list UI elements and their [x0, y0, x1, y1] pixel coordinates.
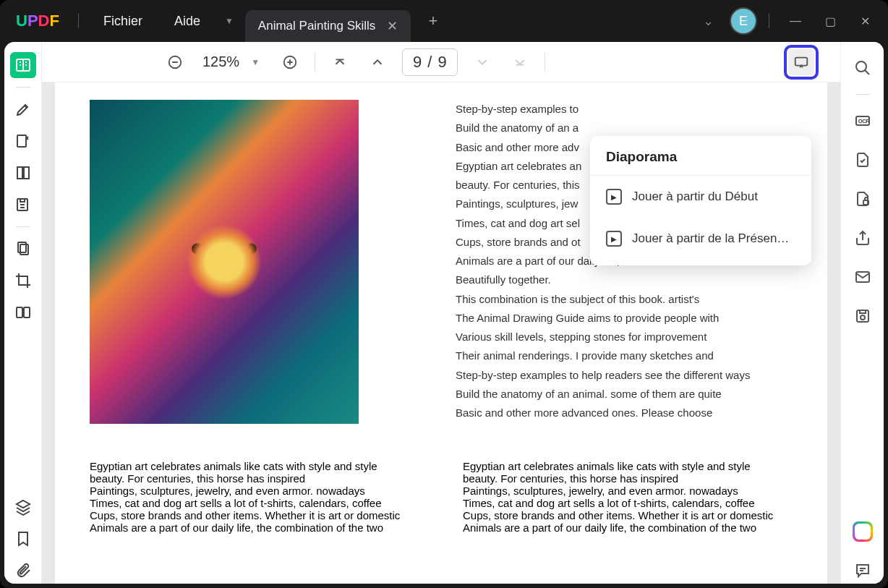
ocr-button[interactable]: OCR	[850, 108, 876, 134]
organize-pages-button[interactable]	[10, 236, 36, 262]
svg-point-12	[856, 61, 866, 72]
chevron-down-icon[interactable]: ⌄	[693, 13, 724, 29]
bookmark-button[interactable]	[10, 526, 36, 552]
page-tool-button[interactable]	[10, 160, 36, 186]
close-tab-icon[interactable]: ✕	[387, 18, 398, 34]
zoom-out-button[interactable]	[162, 49, 188, 75]
document-text-bottom-left: Egyptian art celebrates animals like cat…	[90, 460, 419, 534]
ai-assistant-button[interactable]	[850, 519, 876, 545]
app-logo: UPDF	[9, 12, 67, 30]
page-indicator[interactable]: 9 / 9	[402, 48, 458, 76]
zoom-level: 125%	[200, 54, 242, 70]
highlight-tool-button[interactable]	[10, 96, 36, 122]
maximize-button[interactable]: ▢	[816, 14, 845, 28]
last-page-button	[507, 49, 533, 75]
email-button[interactable]	[850, 264, 876, 290]
next-page-button	[469, 49, 495, 75]
titlebar: UPDF Fichier Aide ▼ Animal Painting Skil…	[0, 0, 888, 42]
top-toolbar: 125% ▼ 9 / 9	[42, 42, 840, 82]
svg-point-18	[861, 315, 865, 320]
left-sidebar	[4, 42, 42, 584]
dropdown-title: Diaporama	[590, 136, 811, 176]
help-menu[interactable]: Aide	[161, 14, 213, 29]
comment-button[interactable]	[850, 558, 876, 584]
search-button[interactable]	[850, 55, 876, 81]
share-button[interactable]	[850, 225, 876, 251]
right-sidebar: OCR	[840, 42, 884, 584]
play-icon: ▶	[606, 231, 622, 247]
minimize-button[interactable]: —	[781, 14, 810, 27]
zoom-in-button[interactable]	[277, 49, 303, 75]
reader-mode-button[interactable]	[10, 52, 36, 78]
attachment-button[interactable]	[10, 558, 36, 584]
svg-rect-8	[24, 307, 30, 318]
convert-button[interactable]	[850, 147, 876, 173]
protect-button[interactable]	[850, 186, 876, 212]
form-tool-button[interactable]	[10, 192, 36, 218]
svg-rect-2	[17, 167, 22, 179]
close-button[interactable]: ✕	[850, 14, 879, 28]
add-tab-button[interactable]: +	[417, 12, 449, 30]
zoom-dropdown-icon[interactable]: ▼	[245, 57, 265, 67]
document-image	[90, 100, 359, 424]
layers-button[interactable]	[10, 494, 36, 520]
document-text-bottom-right: Egyptian art celebrates animals like cat…	[463, 460, 793, 534]
play-icon: ▶	[606, 189, 622, 205]
tab-list-dropdown[interactable]: ▼	[219, 16, 239, 26]
play-from-start-item[interactable]: ▶ Jouer à partir du Début	[590, 176, 811, 218]
save-button[interactable]	[850, 303, 876, 329]
svg-rect-1	[17, 135, 26, 147]
slideshow-button[interactable]	[788, 49, 814, 75]
svg-text:OCR: OCR	[858, 119, 870, 124]
slideshow-dropdown: Diaporama ▶ Jouer à partir du Début ▶ Jo…	[590, 136, 811, 265]
total-pages: 9	[437, 53, 446, 72]
ai-icon	[853, 521, 873, 542]
first-page-button[interactable]	[327, 49, 353, 75]
play-from-current-item[interactable]: ▶ Jouer à partir de la Présen…	[590, 218, 811, 260]
current-page: 9	[413, 53, 422, 72]
document-tab[interactable]: Animal Painting Skills ✕	[245, 10, 411, 42]
svg-rect-3	[24, 167, 29, 179]
user-avatar[interactable]: E	[730, 7, 757, 35]
file-menu[interactable]: Fichier	[90, 14, 155, 29]
tab-title: Animal Painting Skills	[258, 19, 376, 33]
crop-tool-button[interactable]	[10, 268, 36, 294]
compare-tool-button[interactable]	[10, 299, 36, 325]
previous-page-button[interactable]	[364, 49, 390, 75]
svg-rect-7	[17, 307, 22, 318]
edit-tool-button[interactable]	[10, 128, 36, 154]
